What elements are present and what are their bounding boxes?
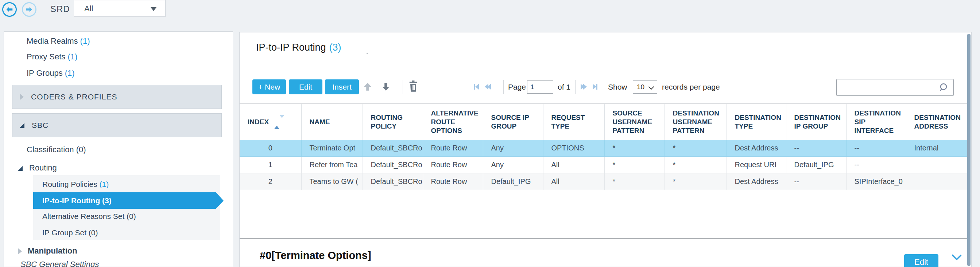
table-cell: Teams to GW ( xyxy=(301,174,363,190)
page-title-text: IP-to-IP Routing xyxy=(256,42,326,53)
back-button[interactable] xyxy=(2,2,17,17)
collapsed-arrow-icon xyxy=(20,93,24,100)
sidebar-item-ip-groups[interactable]: IP Groups(1) xyxy=(27,67,75,80)
move-down-button[interactable] xyxy=(381,82,391,92)
tree-node-manipulation[interactable]: Manipulation xyxy=(18,245,77,258)
tree-node-label: Manipulation xyxy=(28,246,77,255)
show-label: Show xyxy=(608,79,627,94)
table-cell: * xyxy=(665,174,727,190)
table-cell: * xyxy=(665,140,727,156)
search-input[interactable] xyxy=(840,81,937,94)
last-page-button[interactable] xyxy=(593,84,597,90)
column-header-destination-type[interactable]: DESTINATION TYPE xyxy=(727,104,786,140)
sidebar-item-label: Classification (0) xyxy=(27,145,86,154)
section-coders-profiles[interactable]: CODERS & PROFILES xyxy=(12,85,222,109)
column-header-source-username-pattern[interactable]: SOURCE USERNAME PATTERN xyxy=(605,104,665,140)
table-cell: Route Row xyxy=(423,156,483,174)
search-icon xyxy=(939,82,950,93)
table-cell: -- xyxy=(846,140,906,156)
tree-node-routing[interactable]: Routing xyxy=(18,161,57,174)
trash-icon xyxy=(408,81,418,92)
table-cell: Terminate Opt xyxy=(301,140,363,156)
sidebar-item-ip-to-ip-routing-selected[interactable]: IP-to-IP Routing (3) xyxy=(33,192,216,209)
item-count: (1) xyxy=(65,68,75,77)
delete-button[interactable] xyxy=(408,81,418,92)
page-title-count: (3) xyxy=(329,42,341,53)
column-header-alternative-route-options[interactable]: ALTERNATIVE ROUTE OPTIONS xyxy=(423,104,483,140)
sidebar-item-label: Routing Policies xyxy=(42,180,97,188)
sidebar-item-ip-group-set[interactable]: IP Group Set (0) xyxy=(42,226,98,239)
table-cell: Dest Address xyxy=(727,174,786,190)
sidebar-item-routing-policies[interactable]: Routing Policies(1) xyxy=(42,178,109,191)
main-panel: IP-to-IP Routing(3) + New Edit Insert xyxy=(239,32,972,267)
last-page-icon xyxy=(596,84,597,90)
insert-button[interactable]: Insert xyxy=(325,79,359,94)
column-header-destination-ip-group[interactable]: DESTINATION IP GROUP xyxy=(786,104,846,140)
table-cell: 0 xyxy=(240,140,301,156)
first-page-button[interactable] xyxy=(474,84,479,90)
srd-scope-dropdown[interactable]: All xyxy=(74,0,165,17)
next-page-icon xyxy=(583,84,587,90)
move-up-button[interactable] xyxy=(363,82,372,92)
routing-table: INDEX NAME ROUTING POLICY ALTERNATIVE RO… xyxy=(240,103,968,190)
sidebar-item-media-realms[interactable]: Media Realms(1) xyxy=(27,35,90,48)
column-header-label: ROUTING POLICY xyxy=(371,114,403,130)
toolbar-divider xyxy=(402,80,403,94)
next-page-button[interactable] xyxy=(581,84,587,90)
table-cell: Any xyxy=(483,140,543,156)
column-header-request-type[interactable]: REQUEST TYPE xyxy=(543,104,605,140)
table-cell: OPTIONS xyxy=(543,140,605,156)
column-header-source-ip-group[interactable]: SOURCE IP GROUP xyxy=(483,104,543,140)
page-size-value: 10 xyxy=(637,83,644,91)
page-size-select[interactable]: 10 xyxy=(633,81,657,93)
records-per-page-label: records per page xyxy=(662,79,720,94)
table-cell: All xyxy=(543,156,605,174)
sidebar-item-classification[interactable]: Classification (0) xyxy=(27,143,86,156)
item-count: (1) xyxy=(67,52,77,61)
section-sbc[interactable]: SBC xyxy=(12,113,222,137)
sidebar-item-label: IP Groups xyxy=(27,68,63,77)
column-header-routing-policy[interactable]: ROUTING POLICY xyxy=(363,104,423,140)
table-row-1[interactable]: 1 Refer from Tea Default_SBCRo Route Row… xyxy=(240,156,968,174)
sidebar-item-proxy-sets[interactable]: Proxy Sets(1) xyxy=(27,50,77,63)
column-header-label: SOURCE IP GROUP xyxy=(491,114,529,130)
column-header-destination-address[interactable]: DESTINATION ADDRESS xyxy=(906,104,968,140)
table-cell: Default_SBCRo xyxy=(363,156,423,174)
forward-button[interactable] xyxy=(22,2,37,17)
previous-page-icon xyxy=(487,84,491,90)
column-header-index[interactable]: INDEX xyxy=(240,104,301,140)
sidebar-item-sbc-general-settings[interactable]: SBC General Settings xyxy=(21,258,99,267)
previous-page-button[interactable] xyxy=(485,84,491,90)
table-header-row: INDEX NAME ROUTING POLICY ALTERNATIVE RO… xyxy=(240,104,968,140)
sidebar-item-label: IP Group Set (0) xyxy=(42,228,98,237)
column-header-label: DESTINATION IP GROUP xyxy=(794,114,841,130)
sidebar-item-label: Media Realms xyxy=(27,36,78,46)
detail-edit-button[interactable]: Edit xyxy=(904,254,939,267)
column-header-destination-sip-interface[interactable]: DESTINATION SIP INTERFACE xyxy=(846,104,906,140)
arrow-up-icon xyxy=(363,82,372,92)
column-header-destination-username-pattern[interactable]: DESTINATION USERNAME PATTERN xyxy=(665,104,727,140)
sidebar-item-alternative-reasons-set[interactable]: Alternative Reasons Set (0) xyxy=(42,210,136,223)
table-cell: Internal xyxy=(906,140,968,156)
table-cell: SIPInterface_0 xyxy=(846,174,906,190)
vertical-scrollbar[interactable] xyxy=(967,34,970,266)
section-label: CODERS & PROFILES xyxy=(31,93,117,101)
detail-collapse-chevron-icon[interactable] xyxy=(951,250,962,261)
column-header-label: DESTINATION TYPE xyxy=(735,114,781,130)
srd-label: SRD xyxy=(50,4,70,14)
column-header-name[interactable]: NAME xyxy=(301,104,363,140)
table-row-0-selected[interactable]: 0 Terminate Opt Default_SBCRo Route Row … xyxy=(240,140,968,156)
arrow-left-icon xyxy=(5,5,13,13)
sidebar-item-label: Alternative Reasons Set (0) xyxy=(42,212,136,220)
item-count: (1) xyxy=(100,180,109,188)
arrow-down-icon xyxy=(381,82,391,92)
table-cell: Request URI xyxy=(727,156,786,174)
table-row-2[interactable]: 2 Teams to GW ( Default_SBCRo Route Row … xyxy=(240,174,968,190)
detail-heading: #0[Terminate Options] xyxy=(260,250,371,262)
column-header-label: INDEX xyxy=(248,118,269,126)
page-number-input[interactable] xyxy=(527,81,553,93)
expanded-arrow-icon xyxy=(18,166,22,171)
table-cell: Route Row xyxy=(423,174,483,190)
edit-button[interactable]: Edit xyxy=(289,79,322,94)
new-button[interactable]: + New xyxy=(252,79,286,94)
